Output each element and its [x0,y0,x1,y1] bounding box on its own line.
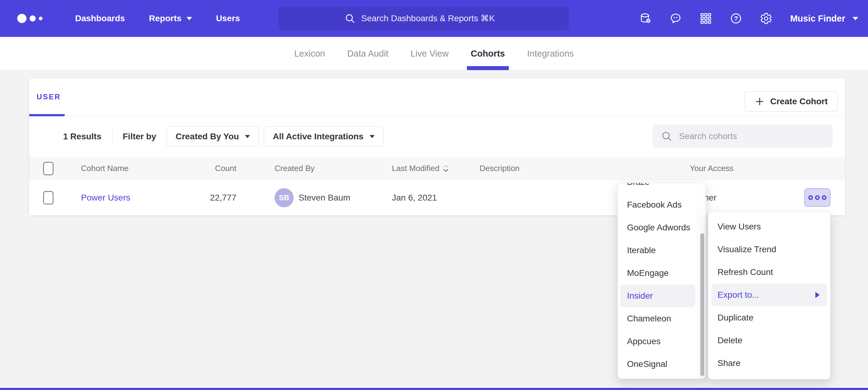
row-checkbox[interactable] [43,191,54,204]
chevron-down-icon [187,17,192,20]
menu-item-appcues[interactable]: Appcues [618,330,698,353]
menu-item-google-adwords[interactable]: Google Adwords [618,216,698,239]
filter-label: Created By You [176,132,239,141]
col-last-modified[interactable]: Last Modified [392,157,448,180]
nav-item-reports[interactable]: Reports [149,13,192,23]
scrollbar-thumb[interactable] [700,233,704,376]
cohort-type-tabs: USER Create Cohort [29,78,845,116]
col-your-access[interactable]: Your Access [690,157,734,180]
nav-item-label: Users [216,13,240,23]
tab-label: Data Audit [347,48,389,59]
tab-label: Cohorts [471,48,505,59]
menu-item-delete[interactable]: Delete [708,329,830,352]
select-all-checkbox[interactable] [43,162,54,175]
create-cohort-button[interactable]: Create Cohort [745,91,838,112]
cohorts-panel: USER Create Cohort 1 Results Filter by C… [29,78,845,215]
create-cohort-label: Create Cohort [770,97,828,106]
cohort-search-input[interactable] [679,131,811,141]
filter-label: All Active Integrations [273,132,364,141]
data-settings-icon[interactable] [639,12,652,25]
help-icon[interactable]: ? [730,12,742,25]
chevron-down-icon [245,135,250,138]
nav-item-label: Dashboards [75,13,125,23]
chevron-down-icon [370,135,375,138]
feedback-icon[interactable] [670,12,682,25]
created-by-name: Steven Baum [299,193,350,203]
scrollbar-track[interactable] [698,183,706,379]
menu-item-braze[interactable]: Braze [618,183,698,193]
col-count[interactable]: Count [177,157,237,180]
menu-item-chameleon[interactable]: Chameleon [618,307,698,330]
col-created-by[interactable]: Created By [275,157,315,180]
project-switcher[interactable]: Music Finder [790,13,858,24]
search-icon [345,13,355,24]
results-count: 1 Results [63,132,101,141]
top-nav: Dashboards Reports Users [0,0,868,37]
tab-user[interactable]: USER [37,93,61,101]
svg-text:?: ? [734,15,738,22]
menu-item-onesignal[interactable]: OneSignal [618,353,698,376]
menu-item-iterable[interactable]: Iterable [618,239,698,262]
cohort-name-link[interactable]: Power Users [81,193,130,203]
col-cohort-name[interactable]: Cohort Name [81,157,129,180]
plus-icon [755,97,765,106]
nav-right-cluster: ? Music Finder [639,0,858,37]
global-search[interactable] [279,7,569,30]
created-by-filter[interactable]: Created By You [166,126,259,147]
menu-item-refresh-count[interactable]: Refresh Count [708,261,830,284]
menu-item-share[interactable]: Share [708,352,830,375]
menu-item-facebook-ads[interactable]: Facebook Ads [618,193,698,216]
created-by-cell: SB Steven Baum [275,180,350,215]
tab-lexicon[interactable]: Lexicon [290,37,329,70]
cohort-search[interactable] [653,125,833,148]
chevron-down-icon [852,17,858,20]
search-icon [661,131,672,142]
tab-label: Live View [411,48,449,59]
section-tab-bar: Lexicon Data Audit Live View Cohorts Int… [0,37,868,70]
nav-item-label: Reports [149,13,182,23]
tab-live-view[interactable]: Live View [407,37,453,70]
global-search-input[interactable] [361,13,503,23]
app-window: Dashboards Reports Users [0,0,868,390]
tab-data-audit[interactable]: Data Audit [343,37,392,70]
table-header: Cohort Name Count Created By Last Modifi… [29,157,845,180]
submenu-arrow-icon [815,292,820,298]
row-action-menu: View Users Visualize Trend Refresh Count… [708,212,831,380]
project-name: Music Finder [790,13,845,24]
tab-label: Lexicon [294,48,325,59]
menu-item-duplicate[interactable]: Duplicate [708,306,830,329]
filter-by-label: Filter by [123,132,156,141]
menu-item-view-users[interactable]: View Users [708,215,830,238]
table-row[interactable]: Power Users 22,777 SB Steven Baum Jan 6,… [29,180,845,215]
tab-integrations[interactable]: Integrations [524,37,578,70]
row-more-button[interactable] [804,188,831,207]
nav-item-users[interactable]: Users [216,13,240,23]
tab-cohorts[interactable]: Cohorts [467,37,508,70]
nav-item-dashboards[interactable]: Dashboards [75,13,125,23]
menu-item-export-to[interactable]: Export to... [711,284,827,306]
mixpanel-logo-icon[interactable] [17,14,45,23]
col-description[interactable]: Description [479,157,520,180]
bottom-window-edge [0,388,868,390]
menu-item-label: Export to... [717,290,759,300]
avatar: SB [275,188,293,207]
sort-icon [443,165,448,172]
last-modified-cell: Jan 6, 2021 [392,180,437,215]
cohort-count: 22,777 [177,180,237,215]
export-destination-menu: Braze Facebook Ads Google Adwords Iterab… [617,183,706,379]
menu-item-moengage[interactable]: MoEngage [618,262,698,285]
col-label: Last Modified [392,164,439,173]
tab-label: Integrations [527,48,574,59]
menu-item-visualize-trend[interactable]: Visualize Trend [708,238,830,261]
menu-item-insider[interactable]: Insider [620,285,695,307]
integrations-filter[interactable]: All Active Integrations [264,126,383,147]
apps-grid-icon[interactable] [700,12,712,25]
cohorts-toolbar: 1 Results Filter by Created By You All A… [29,116,845,157]
settings-icon[interactable] [760,12,772,25]
